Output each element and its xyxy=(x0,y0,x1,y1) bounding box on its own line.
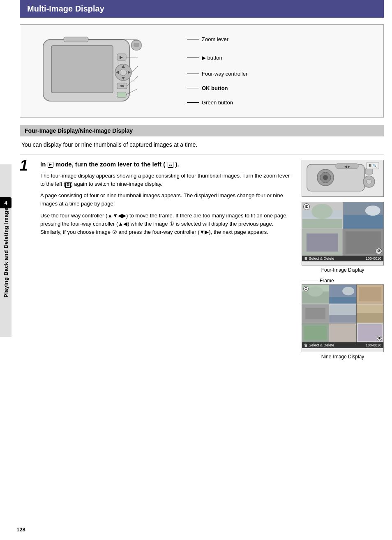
nine-status-num: 100-0010 xyxy=(366,343,381,347)
frame-label: Frame xyxy=(320,278,334,284)
nine-grid: ① xyxy=(302,285,383,342)
nine-image-display: ① xyxy=(302,284,384,352)
camera-diagram-box: OK xyxy=(20,24,384,118)
step-para2: A page consisting of four or nine thumbn… xyxy=(40,192,293,208)
grid-cell-3 xyxy=(302,229,343,256)
sidebar-label: Playing Back and Deleting Images xyxy=(0,164,12,337)
svg-rect-51 xyxy=(329,305,356,315)
green-button-label: Green button xyxy=(202,99,233,106)
nine-cell-2 xyxy=(329,285,356,304)
grid-num-2: ② xyxy=(376,248,382,254)
four-status-bar: 🗑 Select & Delete 100-0010 xyxy=(302,256,383,261)
four-way-label: Four-way controller xyxy=(202,71,247,77)
svg-rect-1 xyxy=(51,46,113,93)
zoom-icon-inline: ☷ xyxy=(65,182,71,188)
grid-num-1: ① xyxy=(303,203,310,210)
ok-button-label: OK button xyxy=(202,85,228,91)
camera-diagram: OK xyxy=(27,31,377,111)
step-title: In ▶ mode, turn the zoom lever to the le… xyxy=(40,160,293,168)
four-image-display-container: ① xyxy=(302,202,384,273)
svg-rect-34 xyxy=(302,219,342,229)
nine-cell-5 xyxy=(329,304,356,323)
play-icon: ▶ xyxy=(48,162,53,168)
four-status-text: 🗑 Select & Delete xyxy=(304,256,334,261)
svg-rect-46 xyxy=(329,297,356,304)
camera-svg: OK xyxy=(27,31,166,111)
nine-image-label: Nine-Image Display xyxy=(302,354,384,360)
grid-cell-1: ① xyxy=(302,202,343,229)
svg-point-43 xyxy=(307,286,323,297)
frame-label-container: Frame xyxy=(302,278,384,284)
svg-rect-54 xyxy=(357,313,383,323)
page-number: 128 xyxy=(16,526,25,533)
step-body: The four-image display appears showing a… xyxy=(40,172,293,236)
svg-rect-15 xyxy=(64,37,88,42)
step-content: In ▶ mode, turn the zoom lever to the le… xyxy=(40,160,293,360)
svg-text:◀ ▶: ◀ ▶ xyxy=(344,165,350,168)
play-button-dash xyxy=(187,58,199,58)
page-title: Multi-Image Display xyxy=(20,0,384,18)
svg-rect-36 xyxy=(343,215,383,229)
nine-num-2: ② xyxy=(377,336,382,341)
callout-labels: Zoom lever ▶ button Four-way controller … xyxy=(187,36,247,106)
svg-rect-52 xyxy=(329,315,356,323)
svg-rect-50 xyxy=(305,308,325,319)
svg-point-7 xyxy=(120,69,127,76)
nine-num-1: ① xyxy=(303,286,309,291)
zoom-lever-dash xyxy=(187,39,199,39)
svg-rect-14 xyxy=(117,92,126,97)
svg-rect-48 xyxy=(359,287,381,301)
step-para3: Use the four-way controller (▲▼◀▶) to mo… xyxy=(40,212,293,236)
step-number: 1 xyxy=(20,158,32,360)
step-1-container: 1 In ▶ mode, turn the zoom lever to the … xyxy=(20,155,384,360)
frame-line xyxy=(302,281,318,281)
zoom-lever-thumb: ◀ ▶ ☷ 🔍 xyxy=(302,160,384,197)
section-header: Four-Image Display/Nine-Image Display xyxy=(20,125,384,136)
svg-text:☷  🔍: ☷ 🔍 xyxy=(369,164,376,168)
svg-point-29 xyxy=(367,179,371,184)
svg-rect-3 xyxy=(134,43,139,47)
svg-text:OK: OK xyxy=(120,84,125,88)
svg-point-37 xyxy=(365,205,380,216)
four-grid: ① xyxy=(302,202,383,256)
nine-status-text: 🗑 Select & Delete xyxy=(304,343,334,347)
four-status-num: 100-0010 xyxy=(366,256,381,261)
svg-rect-57 xyxy=(329,324,356,342)
chapter-number: 4 xyxy=(0,197,12,208)
ok-button-dash xyxy=(187,88,199,88)
svg-rect-39 xyxy=(307,233,338,252)
nine-status-bar: 🗑 Select & Delete 100-0010 xyxy=(302,342,383,348)
svg-line-18 xyxy=(131,66,138,72)
zoom-lever-label: Zoom lever xyxy=(202,36,228,42)
grid-cell-4: ② xyxy=(343,229,384,256)
nine-cell-3 xyxy=(357,285,383,304)
nine-cell-7 xyxy=(302,323,329,342)
nine-cell-9: ② xyxy=(357,323,383,342)
nine-cell-1: ① xyxy=(302,285,329,304)
four-way-dash xyxy=(187,74,199,74)
nine-image-display-container: Frame ① xyxy=(302,278,384,360)
green-button-dash xyxy=(187,102,199,103)
svg-point-33 xyxy=(311,204,332,219)
svg-point-24 xyxy=(323,175,328,180)
four-image-label: Four-Image Display xyxy=(302,267,384,273)
step-title-mode: mode, turn the zoom lever to the left ( xyxy=(55,161,166,168)
play-button-label: ▶ button xyxy=(202,55,222,61)
step-title-in: In xyxy=(40,161,48,168)
nine-cell-4 xyxy=(302,304,329,323)
svg-rect-56 xyxy=(304,326,327,340)
intro-text: You can display four or nine thumbnails … xyxy=(20,141,384,148)
svg-point-45 xyxy=(342,287,354,295)
right-images: ◀ ▶ ☷ 🔍 ① xyxy=(302,160,384,360)
nine-cell-6 xyxy=(357,304,383,323)
grid-cell-2 xyxy=(343,202,384,229)
svg-rect-27 xyxy=(365,168,373,174)
four-image-display: ① xyxy=(302,202,384,265)
nine-cell-8 xyxy=(329,323,356,342)
step-title-close: ). xyxy=(175,161,179,168)
zoom-icon: ☷ xyxy=(168,162,173,168)
step-para1: The four-image display appears showing a… xyxy=(40,172,293,188)
